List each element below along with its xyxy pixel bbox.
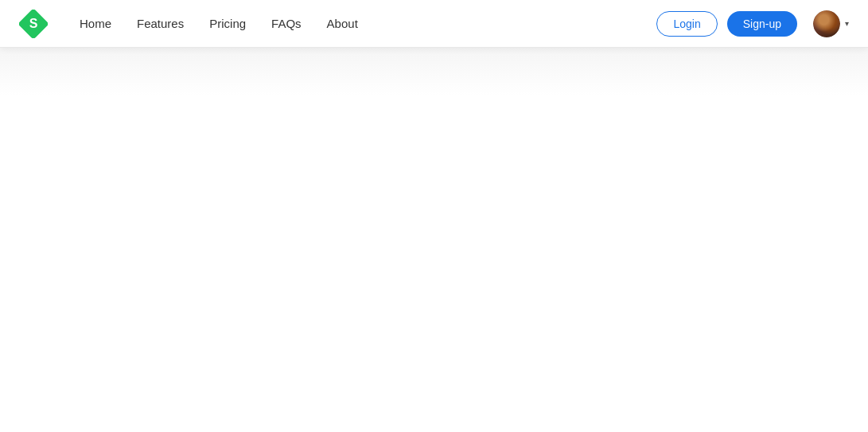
nav-link-pricing[interactable]: Pricing <box>209 17 246 30</box>
avatar <box>813 10 840 37</box>
hero-section <box>0 48 868 95</box>
main-content <box>0 95 868 432</box>
nav-link-home[interactable]: Home <box>80 17 111 30</box>
svg-text:S: S <box>29 17 38 30</box>
user-menu[interactable]: ▾ <box>813 10 849 37</box>
navbar: S Home Features Pricing FAQs About Login… <box>0 0 868 48</box>
nav-links: Home Features Pricing FAQs About <box>80 17 656 30</box>
chevron-down-icon: ▾ <box>845 19 849 28</box>
nav-actions: Login Sign-up ▾ <box>656 10 849 37</box>
signup-button[interactable]: Sign-up <box>727 11 797 37</box>
nav-link-about[interactable]: About <box>327 17 358 30</box>
logo[interactable]: S <box>19 10 48 38</box>
nav-link-faqs[interactable]: FAQs <box>271 17 302 30</box>
login-button[interactable]: Login <box>656 11 717 37</box>
nav-link-features[interactable]: Features <box>137 17 184 30</box>
